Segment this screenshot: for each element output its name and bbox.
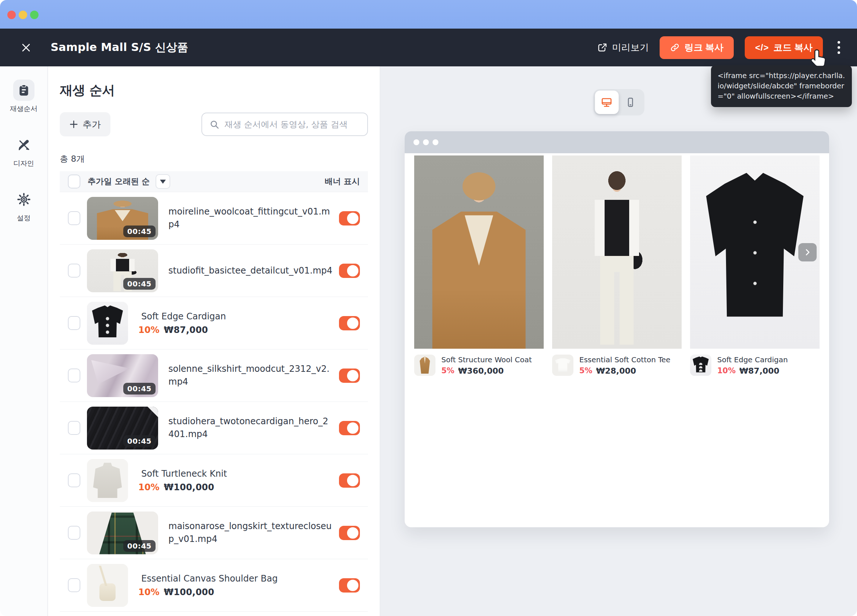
banner-toggle[interactable] [339,211,360,225]
row-checkbox[interactable] [68,211,80,225]
duration-badge: 00:45 [123,540,156,552]
total-count: 총 8개 [60,153,368,165]
sidebar-item-settings[interactable]: 설정 [13,189,34,223]
banner-toggle[interactable] [339,473,360,488]
product-thumbnail[interactable] [87,564,128,607]
duration-badge: 00:45 [123,225,156,237]
playlist-panel: 재생 순서 추가 총 8개 추가일 오래된 순 배너 표시 [48,66,381,616]
discount-rate: 10% [138,587,159,597]
product-card[interactable]: Soft Edge Cardigan 10% ₩87,000 [690,156,820,376]
card-price: ₩28,000 [596,366,636,375]
hand-cursor-icon [809,48,828,68]
plus-icon [69,120,78,129]
product-name: Essential Canvas Shoulder Bag [141,573,339,584]
row-checkbox[interactable] [68,526,80,540]
video-filename: solenne_silkshirt_moodcut_2312_v2.mp4 [169,363,339,388]
video-filename: moireline_woolcoat_fittingcut_v01.mp4 [169,205,339,231]
code-icon: </> [755,43,769,53]
playlist-row: Soft Turtleneck Knit 10% ₩100,000 [60,454,368,507]
product-card[interactable]: Soft Structure Wool Coat 5% ₩360,000 [414,156,544,376]
card-discount: 5% [441,366,455,375]
clipboard-icon [13,80,34,101]
banner-toggle[interactable] [339,264,360,278]
video-filename: studiohera_twotonecardigan_hero_2401.mp4 [169,415,339,441]
product-thumb [690,355,712,376]
copy-link-button[interactable]: 링크 복사 [660,36,734,59]
gear-icon [13,189,34,210]
banner-toggle[interactable] [339,316,360,330]
row-checkbox[interactable] [68,578,80,592]
traffic-light-minimize-icon[interactable] [19,11,27,19]
sort-label: 추가일 오래된 순 [88,176,150,187]
traffic-light-close-icon[interactable] [7,11,16,19]
banner-toggle[interactable] [339,526,360,540]
design-tools-icon [13,134,34,156]
card-product-name: Soft Edge Cardigan [717,355,788,364]
browser-chrome-bar [405,131,829,153]
video-thumbnail[interactable]: 00:45 [87,354,158,397]
add-button-label: 추가 [82,119,101,131]
search-icon [209,119,220,130]
desktop-toggle-button[interactable] [595,91,619,114]
product-price: ₩87,000 [164,325,208,335]
product-thumb [414,355,435,376]
product-card[interactable]: Essential Soft Cotton Tee 5% ₩28,000 [552,156,682,376]
link-icon [670,43,680,52]
sidebar-item-design[interactable]: 디자인 [13,134,34,168]
sidebar: 재생순서 디자인 [0,66,48,616]
row-checkbox[interactable] [68,316,80,330]
widget-preview-window: Soft Structure Wool Coat 5% ₩360,000 [405,131,829,527]
video-thumbnail[interactable]: 00:45 [87,249,158,292]
product-slider: Soft Structure Wool Coat 5% ₩360,000 [405,153,829,376]
thumbnail-image-canvas-bag [87,564,128,607]
duration-badge: 00:45 [123,435,156,447]
add-button[interactable]: 추가 [60,112,110,136]
search-input[interactable] [224,119,360,129]
chevron-down-icon [160,180,166,184]
copy-code-label: 코드 복사 [773,42,813,54]
select-all-checkbox[interactable] [68,174,80,188]
browser-dot-icon [423,139,429,145]
playlist-row: 00:45 studiofit_basictee_detailcut_v01.m… [60,245,368,297]
playlist-row: 00:45 maisonarose_longskirt_textureclose… [60,507,368,559]
list-header: 추가일 오래된 순 배너 표시 [60,171,368,192]
slider-next-button[interactable] [798,243,817,261]
traffic-light-zoom-icon[interactable] [30,11,39,19]
sidebar-item-playlist[interactable]: 재생순서 [10,80,37,114]
banner-toggle[interactable] [339,421,360,435]
video-thumbnail[interactable]: 00:45 [87,511,158,554]
banner-toggle[interactable] [339,578,360,593]
product-price: ₩100,000 [164,482,214,492]
discount-rate: 10% [138,482,159,492]
product-thumbnail[interactable] [87,302,128,345]
sidebar-item-label: 디자인 [13,159,34,168]
preview-button[interactable]: 미리보기 [597,42,649,54]
row-checkbox[interactable] [68,421,80,435]
row-checkbox[interactable] [68,473,80,487]
row-checkbox[interactable] [68,264,80,278]
product-price: ₩100,000 [164,587,214,597]
more-menu-button[interactable] [834,38,844,57]
video-thumbnail[interactable]: 00:45 [87,407,158,449]
video-filename: studiofit_basictee_detailcut_v01.mp4 [169,264,339,277]
video-thumbnail[interactable]: 00:45 [87,197,158,240]
playlist-row: 00:45 studiohera_twotonecardigan_hero_24… [60,402,368,454]
close-button[interactable] [18,39,34,56]
product-thumbnail[interactable] [87,459,128,502]
browser-dot-icon [413,139,419,145]
sidebar-item-label: 재생순서 [10,104,37,114]
product-image-edge-cardigan [690,156,820,349]
card-price: ₩87,000 [739,366,779,375]
sort-dropdown-button[interactable] [156,174,170,189]
banner-toggle[interactable] [339,369,360,383]
main-content: 재생순서 디자인 [0,66,857,616]
product-image-cotton-tee [552,156,682,349]
playlist-row: Soft Edge Cardigan 10% ₩87,000 [60,297,368,349]
playlist-row: 00:45 solenne_silkshirt_moodcut_2312_v2.… [60,349,368,402]
card-discount: 5% [579,366,592,375]
search-box [201,113,368,136]
mobile-toggle-button[interactable] [619,91,642,114]
row-checkbox[interactable] [68,369,80,383]
product-name: Soft Edge Cardigan [141,311,339,321]
app-header: Sample Mall S/S 신상품 미리보기 링크 복사 </> 코드 복사 [0,29,857,66]
